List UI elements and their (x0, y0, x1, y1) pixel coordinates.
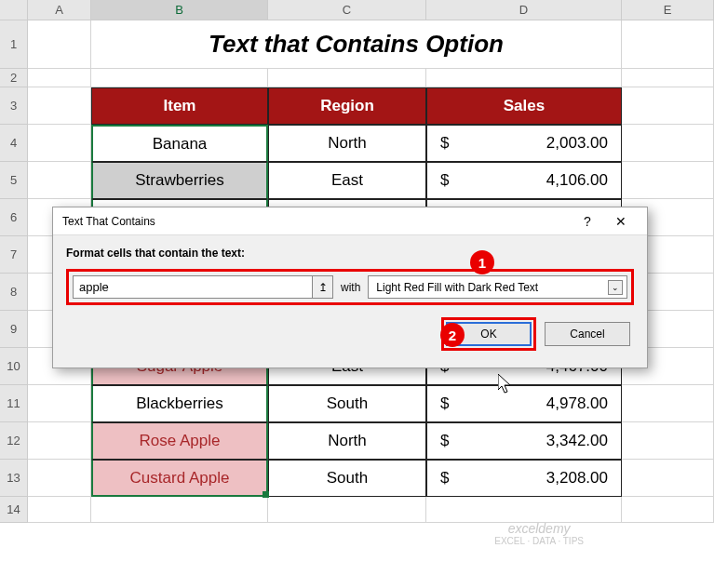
table-header-sales[interactable]: Sales (426, 87, 622, 125)
watermark: exceldemy EXCEL · DATA · TIPS (494, 521, 584, 546)
row-header-6[interactable]: 6 (0, 199, 28, 236)
row-header-5[interactable]: 5 (0, 162, 28, 199)
dialog-help-button[interactable]: ? (571, 214, 604, 229)
sales-cell[interactable]: $3,208.00 (426, 460, 622, 497)
currency-symbol: $ (440, 394, 449, 413)
region-cell[interactable]: South (268, 385, 426, 422)
cell-E14[interactable] (622, 497, 714, 523)
select-all-corner[interactable] (0, 0, 28, 20)
col-header-D[interactable]: D (426, 0, 622, 20)
dialog-text-input-wrapper: ↥ (73, 275, 333, 299)
cell-A12[interactable] (28, 422, 91, 460)
col-header-A[interactable]: A (28, 0, 91, 20)
cell-A11[interactable] (28, 385, 91, 422)
cell-D2[interactable] (426, 69, 622, 87)
sales-value: 4,106.00 (546, 171, 608, 190)
row-header-11[interactable]: 11 (0, 385, 28, 422)
cell-B2[interactable] (91, 69, 268, 87)
sales-value: 4,978.00 (546, 394, 608, 413)
currency-symbol: $ (440, 432, 449, 450)
dialog-input-row-highlight: ↥ with Light Red Fill with Dark Red Text… (66, 269, 634, 305)
currency-symbol: $ (440, 469, 449, 488)
row-header-9[interactable]: 9 (0, 311, 28, 348)
watermark-tag: EXCEL · DATA · TIPS (494, 536, 584, 546)
row-header-2[interactable]: 2 (0, 69, 28, 87)
dialog-titlebar[interactable]: Text That Contains ? ✕ (53, 207, 647, 235)
col-header-C[interactable]: C (268, 0, 426, 20)
currency-symbol: $ (440, 134, 449, 153)
fill-handle[interactable] (263, 491, 269, 498)
cell-A13[interactable] (28, 460, 91, 497)
sales-cell[interactable]: $4,978.00 (426, 385, 622, 422)
currency-symbol: $ (440, 171, 449, 190)
row-header-10[interactable]: 10 (0, 348, 28, 385)
title-cell[interactable]: Text that Contains Option (91, 20, 622, 69)
sales-value: 2,003.00 (546, 134, 608, 153)
cell-A5[interactable] (28, 162, 91, 199)
table-header-item[interactable]: Item (91, 87, 268, 125)
row-header-13[interactable]: 13 (0, 460, 28, 497)
cancel-button[interactable]: Cancel (545, 322, 630, 346)
dialog-text-input[interactable] (74, 276, 312, 298)
cell-E13[interactable] (622, 460, 714, 497)
sales-cell[interactable]: $2,003.00 (426, 125, 622, 162)
sales-value: 3,208.00 (546, 469, 608, 488)
row-header-4[interactable]: 4 (0, 125, 28, 162)
cell-E3[interactable] (622, 87, 714, 125)
callout-badge-2: 2 (440, 323, 465, 347)
sales-cell[interactable]: $4,106.00 (426, 162, 622, 199)
region-cell[interactable]: North (268, 422, 426, 460)
col-header-E[interactable]: E (622, 0, 714, 20)
range-selector-icon: ↥ (318, 281, 328, 294)
cell-C14[interactable] (268, 497, 426, 523)
row-header-3[interactable]: 3 (0, 87, 28, 125)
cell-A1[interactable] (28, 20, 91, 69)
item-cell[interactable]: Custard Apple (91, 460, 268, 497)
range-selector-button[interactable]: ↥ (312, 276, 332, 298)
watermark-brand: exceldemy (494, 521, 584, 536)
item-cell[interactable]: Banana (91, 125, 268, 162)
cell-E2[interactable] (622, 69, 714, 87)
cell-E4[interactable] (622, 125, 714, 162)
cell-A3[interactable] (28, 87, 91, 125)
sales-value: 3,342.00 (546, 432, 608, 450)
cell-A14[interactable] (28, 497, 91, 523)
item-cell[interactable]: Blackberries (91, 385, 268, 422)
column-header-row: A B C D E (0, 0, 714, 20)
dialog-close-button[interactable]: ✕ (604, 214, 638, 229)
cell-A4[interactable] (28, 125, 91, 162)
row-header-14[interactable]: 14 (0, 497, 28, 523)
region-cell[interactable]: North (268, 125, 426, 162)
text-that-contains-dialog: Text That Contains ? ✕ Format cells that… (52, 207, 648, 368)
row-header-12[interactable]: 12 (0, 422, 28, 460)
cell-E12[interactable] (622, 422, 714, 460)
cell-E5[interactable] (622, 162, 714, 199)
cell-E11[interactable] (622, 385, 714, 422)
table-header-region[interactable]: Region (268, 87, 426, 125)
item-cell[interactable]: Rose Apple (91, 422, 268, 460)
cell-E1[interactable] (622, 20, 714, 69)
dropdown-chevron-icon: ⌄ (608, 280, 623, 295)
cell-D14[interactable] (426, 497, 622, 523)
row-header-7[interactable]: 7 (0, 236, 28, 274)
col-header-B[interactable]: B (91, 0, 268, 20)
region-cell[interactable]: East (268, 162, 426, 199)
dialog-instruction-label: Format cells that contain the text: (66, 247, 634, 260)
cell-C2[interactable] (268, 69, 426, 87)
row-header-8[interactable]: 8 (0, 274, 28, 311)
item-cell[interactable]: Strawberries (91, 162, 268, 199)
dialog-title-text: Text That Contains (62, 215, 155, 228)
cell-A2[interactable] (28, 69, 91, 87)
dialog-format-selected: Light Red Fill with Dark Red Text (376, 281, 538, 294)
region-cell[interactable]: South (268, 460, 426, 497)
cell-B14[interactable] (91, 497, 268, 523)
page-title: Text that Contains Option (91, 30, 621, 59)
dialog-with-label: with (341, 281, 360, 294)
sales-cell[interactable]: $3,342.00 (426, 422, 622, 460)
dialog-format-dropdown[interactable]: Light Red Fill with Dark Red Text ⌄ (368, 275, 627, 299)
row-header-1[interactable]: 1 (0, 20, 28, 69)
callout-badge-1: 1 (470, 250, 494, 274)
